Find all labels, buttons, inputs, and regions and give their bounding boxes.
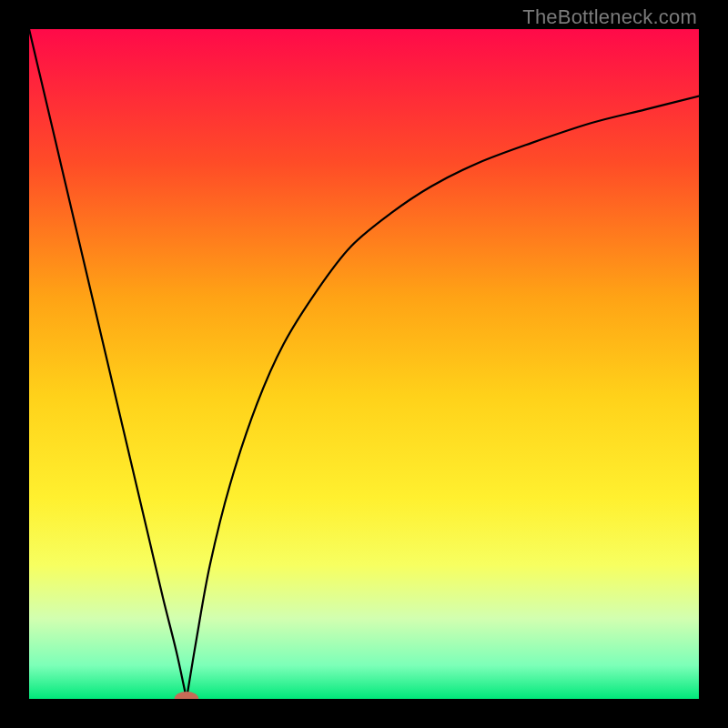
chart-svg [29, 29, 699, 699]
watermark-label: TheBottleneck.com [522, 5, 697, 29]
plot-area [29, 29, 699, 699]
gradient-background [29, 29, 699, 699]
chart-frame: TheBottleneck.com [0, 0, 728, 728]
